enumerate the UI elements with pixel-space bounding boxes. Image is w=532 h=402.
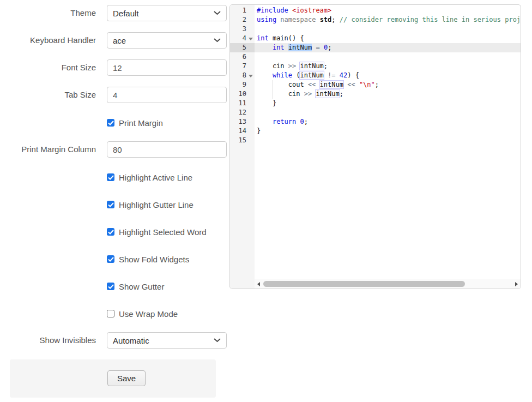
- code-token: [320, 44, 324, 51]
- code-token: main() {: [269, 34, 304, 42]
- form-footer: Save: [10, 359, 216, 398]
- gutter-cell: 10: [230, 89, 255, 99]
- code-token: ;: [340, 90, 343, 98]
- theme-select-value: Default: [113, 9, 214, 18]
- code-token: intNum: [300, 62, 323, 70]
- keyboard-handler-label: Keyboard Handler: [0, 32, 96, 49]
- code-token: [324, 71, 328, 79]
- gutter-cell: 1: [230, 6, 255, 15]
- code-token: intNum: [288, 44, 312, 51]
- code-token: >>: [288, 62, 296, 70]
- code-line: int main() {: [255, 34, 521, 43]
- code-line: [255, 136, 521, 145]
- print-margin-column-input[interactable]: [107, 141, 227, 158]
- gutter-cell: 15: [230, 136, 255, 145]
- chevron-down-icon: [214, 38, 221, 43]
- code-editor[interactable]: 123456789101112131415 #include <iostream…: [229, 4, 521, 289]
- h-scrollbar[interactable]: [255, 279, 521, 289]
- code-token: cin: [257, 62, 288, 70]
- show-invisibles-label: Show Invisibles: [0, 332, 96, 349]
- code-token: cout: [257, 81, 308, 88]
- highlight-active-line-checkbox[interactable]: [107, 173, 114, 181]
- code-token: [288, 7, 292, 14]
- code-lines[interactable]: #include <iostream>using namespace std; …: [255, 5, 521, 279]
- editor-settings-page: Theme Default Keyboard Handler ace Font …: [0, 0, 532, 402]
- code-token: }: [257, 99, 276, 107]
- chevron-down-icon: [214, 338, 221, 343]
- show-invisibles-select[interactable]: Automatic: [107, 332, 227, 349]
- code-line: [255, 52, 521, 62]
- font-size-input[interactable]: [107, 59, 227, 76]
- code-token: ;: [324, 62, 328, 70]
- use-wrap-mode-row: Use Wrap Mode: [107, 309, 178, 318]
- code-token: namespace: [280, 16, 316, 23]
- highlight-gutter-line-checkbox[interactable]: [107, 201, 114, 208]
- code-token: <<: [308, 81, 316, 88]
- code-token: [316, 81, 319, 88]
- highlight-active-line-row: Highlight Active Line: [107, 173, 192, 182]
- editor-gutter: 123456789101112131415: [230, 5, 255, 289]
- font-size-label: Font Size: [0, 59, 96, 76]
- print-margin-column-row: Print Margin Column: [0, 141, 227, 158]
- code-token: <<: [347, 81, 355, 88]
- code-line: cin >> intNum;: [255, 89, 521, 99]
- code-token: 42: [340, 71, 347, 79]
- code-token: }: [257, 127, 261, 135]
- show-gutter-row: Show Gutter: [107, 282, 164, 291]
- code-token: return: [273, 118, 296, 125]
- theme-select[interactable]: Default: [107, 5, 227, 21]
- fold-widget-icon[interactable]: [249, 38, 253, 40]
- code-line: cout << intNum << "\n";: [255, 80, 521, 89]
- code-line: }: [255, 99, 521, 108]
- code-token: // consider removing this line in seriou…: [340, 16, 521, 23]
- code-token: intNum: [316, 90, 339, 98]
- show-gutter-checkbox[interactable]: [107, 283, 114, 290]
- code-line: [255, 25, 521, 34]
- code-token: [316, 16, 319, 23]
- tab-size-row: Tab Size: [0, 87, 227, 103]
- code-token: >>: [304, 90, 312, 98]
- code-token: ;: [375, 81, 379, 88]
- highlight-selected-word-row: Highlight Selected Word: [107, 227, 207, 236]
- highlight-selected-word-checkbox[interactable]: [107, 228, 114, 236]
- code-token: intNum: [320, 81, 343, 88]
- code-token: [257, 44, 273, 51]
- scroll-left-button[interactable]: [255, 279, 263, 289]
- show-invisibles-select-value: Automatic: [113, 336, 214, 345]
- gutter-cell: 11: [230, 99, 255, 108]
- code-line: [255, 108, 521, 117]
- gutter-cell: 8: [230, 71, 255, 80]
- code-token: [285, 44, 288, 51]
- print-margin-column-label: Print Margin Column: [0, 141, 96, 158]
- code-line: cin >> intNum;: [255, 62, 521, 71]
- code-token: while: [273, 71, 292, 79]
- code-token: 0: [300, 118, 304, 125]
- left-arrow-icon: [257, 282, 260, 286]
- code-line: using namespace std; // consider removin…: [255, 15, 521, 25]
- scroll-right-button[interactable]: [512, 279, 521, 289]
- gutter-cell: 6: [230, 52, 255, 62]
- save-button[interactable]: Save: [107, 370, 146, 386]
- fold-widget-icon[interactable]: [249, 75, 253, 77]
- scrollbar-thumb[interactable]: [263, 281, 465, 287]
- code-token: =: [316, 44, 319, 51]
- code-line: while (intNum != 42) {: [255, 71, 521, 80]
- tab-size-input[interactable]: [107, 87, 227, 103]
- show-fold-widgets-checkbox[interactable]: [107, 255, 114, 263]
- code-token: <iostream>: [292, 7, 331, 14]
- gutter-cell: 7: [230, 62, 255, 71]
- keyboard-handler-select[interactable]: ace: [107, 32, 227, 49]
- code-token: intNum: [300, 71, 323, 79]
- gutter-cell: 4: [230, 34, 255, 43]
- code-token: int: [257, 34, 269, 42]
- code-line: }: [255, 127, 521, 136]
- use-wrap-mode-checkbox[interactable]: [107, 310, 114, 317]
- code-token: ;: [304, 118, 308, 125]
- code-token: [355, 81, 359, 88]
- code-token: std: [320, 16, 332, 23]
- show-fold-widgets-row: Show Fold Widgets: [107, 255, 189, 263]
- theme-label: Theme: [0, 5, 96, 21]
- tab-size-label: Tab Size: [0, 87, 96, 103]
- code-token: #include: [257, 7, 288, 14]
- print-margin-checkbox[interactable]: [107, 119, 114, 127]
